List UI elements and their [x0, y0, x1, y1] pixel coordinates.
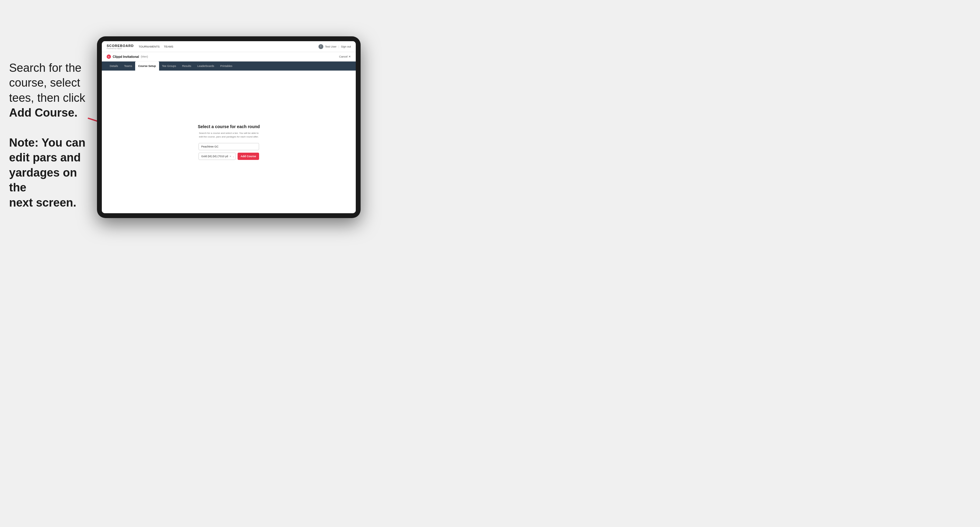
add-course-button[interactable]: Add Course — [237, 152, 259, 160]
nav-links: TOURNAMENTS TEAMS — [138, 45, 173, 48]
annotation-note3: yardages on the — [9, 165, 91, 195]
logo-area: SCOREBOARD Powered by clippd — [107, 44, 134, 49]
logo-text: SCOREBOARD — [107, 44, 134, 48]
tab-tee-groups[interactable]: Tee Groups — [159, 62, 180, 71]
tabs-bar: Details Teams Course Setup Tee Groups Re… — [102, 62, 356, 71]
tee-clear-icon[interactable]: ✕ — [229, 155, 232, 157]
clippd-icon: C — [107, 54, 111, 59]
tournament-header: C Clippd Invitational (Men) Cancel ✕ — [102, 52, 356, 62]
tab-details[interactable]: Details — [107, 62, 121, 71]
cancel-button[interactable]: Cancel ✕ — [339, 55, 351, 58]
tablet-device: SCOREBOARD Powered by clippd TOURNAMENTS… — [97, 37, 361, 218]
sign-out-link[interactable]: Sign out — [341, 45, 351, 48]
annotation-line4-bold: Add Course. — [9, 105, 91, 120]
section-title: Select a course for each round — [198, 124, 260, 129]
navbar-left: SCOREBOARD Powered by clippd TOURNAMENTS… — [107, 44, 173, 49]
tee-select-wrapper: Gold (M) (M) (7010 yds) ✕ ⌄ — [199, 152, 236, 160]
tee-select-row: Gold (M) (M) (7010 yds) ✕ ⌄ Add Course — [199, 152, 259, 160]
annotation-line1: Search for the — [9, 60, 91, 75]
main-content: Select a course for each round Search fo… — [102, 71, 356, 213]
course-search-input[interactable] — [199, 143, 259, 150]
tab-teams[interactable]: Teams — [121, 62, 135, 71]
tab-results[interactable]: Results — [179, 62, 194, 71]
cancel-x-icon: ✕ — [348, 55, 351, 58]
tab-leaderboards[interactable]: Leaderboards — [194, 62, 217, 71]
logo-sub: Powered by clippd — [107, 48, 134, 49]
user-name: Test User — [325, 45, 337, 48]
tournament-name: Clippd Invitational — [113, 55, 139, 59]
nav-teams[interactable]: TEAMS — [164, 45, 173, 48]
tournament-gender: (Men) — [141, 55, 148, 58]
annotation-line2: course, select — [9, 75, 91, 90]
pipe-divider: | — [339, 45, 339, 48]
tee-chevron-icon: ⌄ — [232, 155, 235, 157]
nav-tournaments[interactable]: TOURNAMENTS — [138, 45, 159, 48]
tab-course-setup[interactable]: Course Setup — [135, 62, 159, 71]
tab-printables[interactable]: Printables — [217, 62, 235, 71]
annotation-line3: tees, then click — [9, 90, 91, 105]
annotation-note4: next screen. — [9, 195, 91, 210]
section-desc: Search for a course and select a tee. Yo… — [199, 132, 259, 139]
tablet-screen: SCOREBOARD Powered by clippd TOURNAMENTS… — [102, 41, 356, 213]
navbar: SCOREBOARD Powered by clippd TOURNAMENTS… — [102, 41, 356, 52]
navbar-right: T Test User | Sign out — [318, 44, 351, 49]
annotation-note1: Note: You can — [9, 135, 91, 150]
user-avatar: T — [318, 44, 323, 49]
tournament-title-area: C Clippd Invitational (Men) — [107, 54, 148, 59]
annotation-block: Search for the course, select tees, then… — [9, 60, 91, 210]
annotation-note2: edit pars and — [9, 150, 91, 165]
